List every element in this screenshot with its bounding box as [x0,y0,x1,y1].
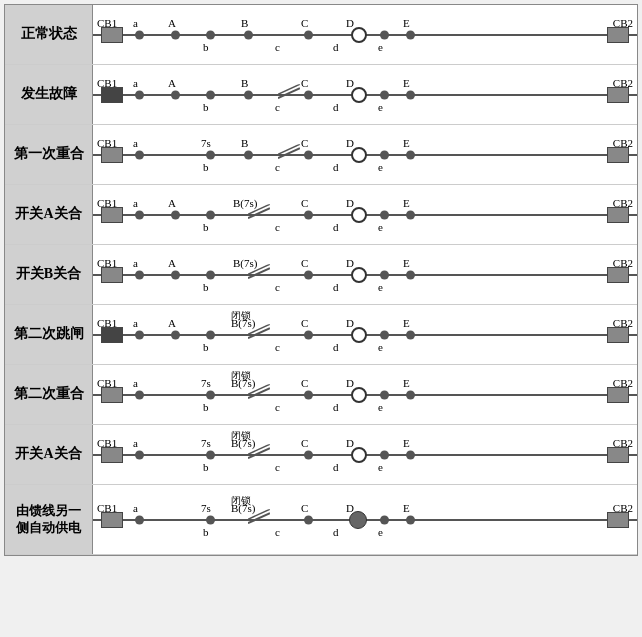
e-label: e [378,221,383,233]
dot-b [206,210,215,219]
e-label: e [378,281,383,293]
dot-a [135,210,144,219]
A-label: A [168,17,176,29]
row-switch-b-close: 开关B关合 CB1 a A b B(7s) c C d D e [5,245,637,305]
row-first-reclose: 第一次重合 CB1 a 7s b B c C d D [5,125,637,185]
label-auto-supply: 由馈线另一侧自动供电 [5,485,93,554]
E-label: E [403,502,410,514]
dot-e [380,150,389,159]
cb1-box [101,512,123,528]
dot-a [135,30,144,39]
b-label: b [203,101,209,113]
cb1-box [101,267,123,283]
dot-C [304,515,313,524]
a-label: a [133,17,138,29]
E-label: E [403,197,410,209]
cb1-box [101,447,123,463]
B-label: B [241,17,248,29]
dot-B [244,90,253,99]
dot-b [206,30,215,39]
dot-a [135,450,144,459]
A-label: A [168,197,176,209]
switch-bc [248,384,270,402]
dot-e [380,30,389,39]
E-label: E [403,137,410,149]
E-label: E [403,377,410,389]
dot-C [304,210,313,219]
cb2-box [607,87,629,103]
cb2-box [607,327,629,343]
b-label: b [203,341,209,353]
dot-b [206,390,215,399]
circuit-second-reclose: CB1 a 7s b 闭锁 B(7s) c C d D e [93,365,637,424]
cb1-box [101,27,123,43]
dot-e [380,450,389,459]
dot-E [406,390,415,399]
dot-C [304,270,313,279]
C-label: C [301,17,308,29]
C-label: C [301,502,308,514]
label-fault: 发生故障 [5,65,93,124]
a-label: a [133,437,138,449]
dot-a [135,90,144,99]
C-label: C [301,317,308,329]
A-label: A [168,317,176,329]
dot-a [135,150,144,159]
D-label: D [346,257,354,269]
c-label: c [275,461,280,473]
a-label: a [133,77,138,89]
circuit-switch-b: CB1 a A b B(7s) c C d D e E [93,245,637,304]
cb2-box [607,147,629,163]
dot-e [380,515,389,524]
dot-E [406,150,415,159]
cb2-box [607,27,629,43]
D-open-circle [351,207,367,223]
E-label: E [403,77,410,89]
A-label: A [168,257,176,269]
c-label: c [275,526,280,538]
switch-bc [278,84,300,102]
D-open-circle [351,147,367,163]
dot-e [380,90,389,99]
C-label: C [301,377,308,389]
B-label: B [241,77,248,89]
D-label: D [346,317,354,329]
c-label: c [275,281,280,293]
row-second-reclose: 第二次重合 CB1 a 7s b 闭锁 B(7s) c C d [5,365,637,425]
circuit-second-trip: CB1 a A b 闭锁 B(7s) c C d D e [93,305,637,364]
7s-label: 7s [201,377,211,389]
A-label: A [168,77,176,89]
dot-C [304,90,313,99]
dot-A [171,90,180,99]
C-label: C [301,257,308,269]
a-label: a [133,317,138,329]
d-label: d [333,221,339,233]
dot-C [304,390,313,399]
label-second-reclose: 第二次重合 [5,365,93,424]
d-label: d [333,101,339,113]
c-label: c [275,101,280,113]
circuit-normal: CB1 a A b B c C d [93,5,637,64]
d-label: d [333,41,339,53]
a-label: a [133,257,138,269]
D-label: D [346,137,354,149]
dot-e [380,390,389,399]
dot-E [406,90,415,99]
dot-C [304,150,313,159]
dot-a [135,330,144,339]
dot-C [304,30,313,39]
D-open-circle [351,267,367,283]
D-open-circle [351,327,367,343]
label-switch-a: 开关A关合 [5,185,93,244]
c-label: c [275,341,280,353]
diagram-container: 正常状态 CB1 a A b B c C [4,4,638,556]
dot-C [304,450,313,459]
d-label: d [333,161,339,173]
row-second-trip: 第二次跳闸 CB1 a A b 闭锁 B(7s) c C d D [5,305,637,365]
D-label: D [346,377,354,389]
dot-E [406,450,415,459]
d-label: d [333,281,339,293]
D-label: D [346,77,354,89]
cb1-box-dark [101,87,123,103]
E-label: E [403,17,410,29]
